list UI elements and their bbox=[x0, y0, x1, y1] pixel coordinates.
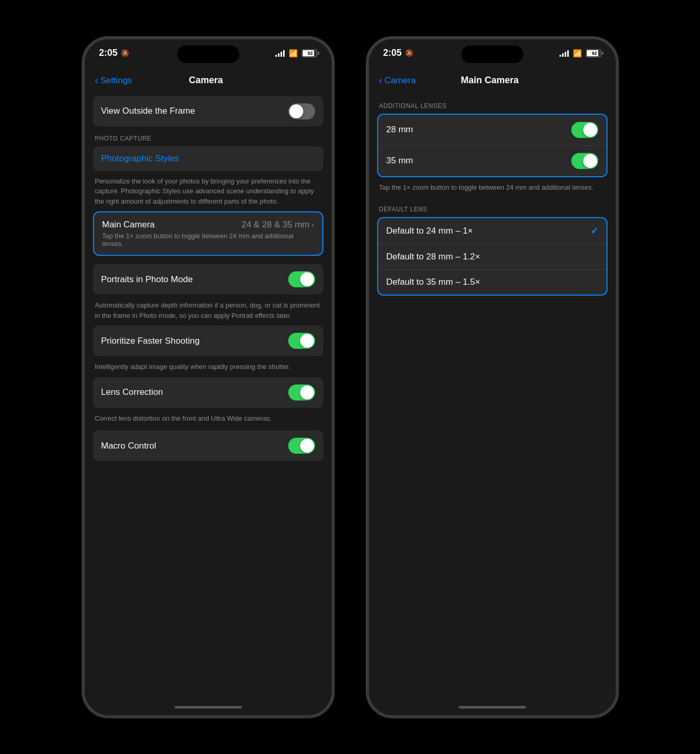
lens-correction-toggle[interactable] bbox=[288, 384, 315, 401]
dynamic-island bbox=[177, 45, 239, 63]
portraits-toggle[interactable] bbox=[288, 271, 315, 287]
default-24mm-row[interactable]: Default to 24 mm – 1× ✓ bbox=[378, 218, 606, 244]
status-time-2: 2:05 🔕 bbox=[383, 48, 413, 58]
view-outside-frame-toggle[interactable] bbox=[288, 103, 315, 119]
phone-2-content[interactable]: ADDITIONAL LENSES 28 mm 35 mm Tap the 1×… bbox=[369, 94, 616, 700]
chevron-icon-main: › bbox=[312, 221, 314, 229]
macro-control-toggle[interactable] bbox=[288, 438, 315, 454]
status-right-1: 📶 92 bbox=[275, 49, 317, 57]
lens-row-35: 35 mm bbox=[378, 145, 606, 176]
default-35mm-row[interactable]: Default to 35 mm – 1.5× bbox=[378, 269, 606, 295]
prioritize-row: Prioritize Faster Shooting bbox=[93, 326, 323, 356]
portraits-row: Portraits in Photo Mode bbox=[93, 264, 323, 295]
phone-1-content[interactable]: View Outside the Frame PHOTO CAPTURE Pho… bbox=[85, 94, 332, 700]
lenses-note: Tap the 1× zoom button to toggle between… bbox=[369, 177, 616, 198]
battery-2: 92 bbox=[586, 49, 601, 57]
additional-lenses-label: ADDITIONAL LENSES bbox=[369, 94, 616, 114]
photo-capture-label: PHOTO CAPTURE bbox=[85, 127, 332, 146]
nav-bar-1: ‹ Settings Camera bbox=[85, 67, 332, 94]
signal-bars-2 bbox=[559, 50, 569, 57]
view-outside-frame-row: View Outside the Frame bbox=[93, 96, 323, 127]
phone-2: 2:05 🔕 📶 92 ‹ Camera Main Camera A bbox=[366, 36, 619, 718]
nav-bar-2: ‹ Camera Main Camera bbox=[369, 67, 616, 94]
main-camera-row[interactable]: Main Camera 24 & 28 & 35 mm › Tap the 1×… bbox=[93, 211, 323, 256]
wifi-icon-1: 📶 bbox=[289, 49, 298, 57]
home-bar-1 bbox=[175, 706, 242, 709]
home-indicator-2 bbox=[369, 700, 616, 715]
signal-bars-1 bbox=[275, 50, 285, 57]
bell-icon-1: 🔕 bbox=[121, 49, 129, 57]
dynamic-island-2 bbox=[461, 45, 523, 63]
battery-1: 92 bbox=[302, 49, 317, 57]
prioritize-toggle[interactable] bbox=[288, 333, 315, 349]
wifi-icon-2: 📶 bbox=[573, 49, 582, 57]
lens-correction-row: Lens Correction bbox=[93, 377, 323, 408]
lens-correction-desc: Correct lens distortion on the front and… bbox=[85, 408, 332, 429]
back-button-2[interactable]: ‹ Camera bbox=[379, 74, 416, 86]
prioritize-desc: Intelligently adapt image quality when r… bbox=[85, 357, 332, 377]
additional-lenses-box: 28 mm 35 mm bbox=[377, 114, 608, 177]
main-camera-value: 24 & 28 & 35 mm › bbox=[241, 220, 314, 230]
status-time-1: 2:05 🔕 bbox=[99, 48, 129, 58]
photographic-styles-row[interactable]: Photographic Styles bbox=[93, 146, 323, 171]
macro-control-row: Macro Control bbox=[93, 430, 323, 461]
back-button-1[interactable]: ‹ Settings bbox=[95, 74, 132, 86]
lens-28-toggle[interactable] bbox=[571, 122, 598, 138]
home-indicator-1 bbox=[85, 700, 332, 715]
portraits-desc: Automatically capture depth information … bbox=[85, 295, 332, 326]
photographic-styles-desc: Personalize the look of your photos by b… bbox=[85, 171, 332, 212]
default-lens-label: DEFAULT LENS bbox=[369, 197, 616, 217]
status-right-2: 📶 92 bbox=[559, 49, 601, 57]
home-bar-2 bbox=[459, 706, 526, 709]
bell-icon-2: 🔕 bbox=[405, 49, 413, 57]
checkmark-icon: ✓ bbox=[590, 225, 598, 237]
lens-35-toggle[interactable] bbox=[571, 153, 598, 169]
default-28mm-row[interactable]: Default to 28 mm – 1.2× bbox=[378, 244, 606, 269]
page-title-2: Main Camera bbox=[416, 75, 564, 86]
lens-row-28: 28 mm bbox=[378, 115, 606, 145]
phone-1: 2:05 🔕 📶 92 ‹ Settings Camera bbox=[82, 36, 335, 718]
page-title-1: Camera bbox=[132, 75, 280, 86]
default-lens-box: Default to 24 mm – 1× ✓ Default to 28 mm… bbox=[377, 217, 608, 296]
